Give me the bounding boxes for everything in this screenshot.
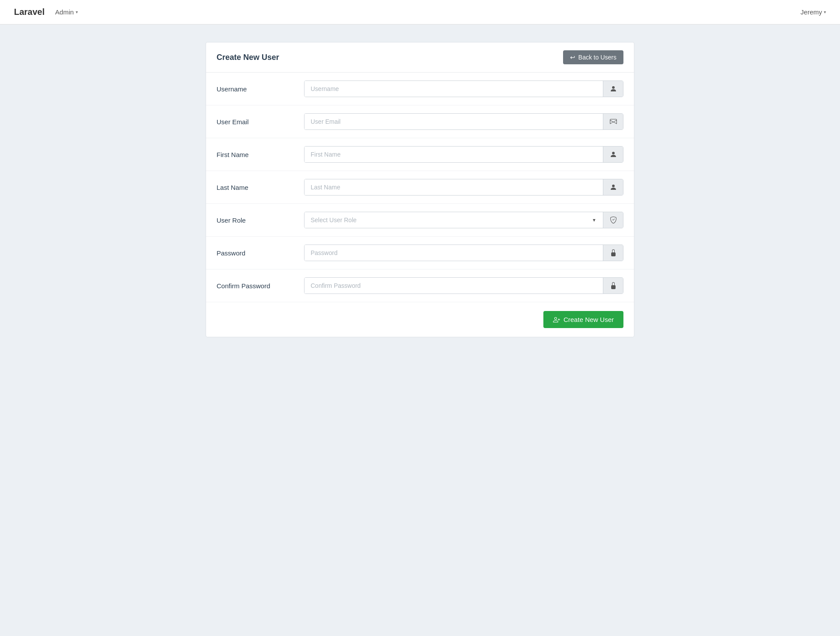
confirm-password-label: Confirm Password (217, 282, 304, 290)
navbar-user-menu[interactable]: Jeremy ▾ (801, 8, 826, 16)
create-user-button-label: Create New User (564, 316, 614, 323)
password-label: Password (217, 249, 304, 257)
confirm-password-row: Confirm Password (206, 269, 634, 302)
username-icon (603, 81, 623, 97)
navbar-admin-menu[interactable]: Admin ▾ (55, 8, 78, 16)
first-name-icon (603, 147, 623, 162)
username-row: Username (206, 73, 634, 105)
first-name-label: First Name (217, 151, 304, 158)
navbar-user-name: Jeremy (801, 8, 822, 16)
first-name-row: First Name (206, 138, 634, 171)
first-name-input-group (304, 146, 623, 163)
confirm-password-icon (603, 278, 623, 294)
main-content: Create New User ↩ Back to Users Username (0, 24, 840, 355)
last-name-label: Last Name (217, 184, 304, 191)
user-role-select-wrapper: Select User Role Admin User Editor Viewe… (304, 212, 623, 228)
navbar-brand: Laravel (14, 7, 45, 17)
user-email-row: User Email (206, 105, 634, 138)
user-email-input-group (304, 113, 623, 130)
password-icon (603, 245, 623, 261)
select-arrow-icon: ▾ (585, 212, 603, 228)
card-footer: Create New User (206, 302, 634, 337)
back-button-label: Back to Users (578, 54, 616, 61)
password-input-group (304, 245, 623, 261)
user-email-input[interactable] (304, 114, 603, 129)
navbar: Laravel Admin ▾ Jeremy ▾ (0, 0, 840, 24)
create-user-card: Create New User ↩ Back to Users Username (206, 42, 634, 337)
last-name-row: Last Name (206, 171, 634, 204)
user-role-row: User Role Select User Role Admin User Ed… (206, 204, 634, 237)
card-title: Create New User (217, 53, 279, 62)
user-chevron-icon: ▾ (824, 10, 826, 14)
card-header: Create New User ↩ Back to Users (206, 42, 634, 73)
user-role-label: User Role (217, 217, 304, 224)
username-label: Username (217, 85, 304, 93)
navbar-admin-label: Admin (55, 8, 74, 16)
last-name-input[interactable] (304, 179, 603, 195)
create-new-user-button[interactable]: Create New User (543, 311, 623, 328)
create-user-icon (553, 316, 560, 323)
username-input-group (304, 80, 623, 97)
navbar-left: Laravel Admin ▾ (14, 7, 78, 17)
back-to-users-button[interactable]: ↩ Back to Users (563, 50, 623, 64)
user-role-icon (603, 212, 623, 228)
last-name-icon (603, 179, 623, 195)
first-name-input[interactable] (304, 147, 603, 162)
password-row: Password (206, 237, 634, 269)
password-input[interactable] (304, 245, 603, 261)
confirm-password-input-group (304, 277, 623, 294)
admin-chevron-icon: ▾ (76, 10, 78, 14)
card-body: Username User Email (206, 73, 634, 302)
user-role-select[interactable]: Select User Role Admin User Editor Viewe… (304, 212, 585, 228)
confirm-password-input[interactable] (304, 278, 603, 294)
back-icon: ↩ (570, 54, 575, 61)
username-input[interactable] (304, 81, 603, 97)
last-name-input-group (304, 179, 623, 196)
user-email-label: User Email (217, 118, 304, 126)
email-icon (603, 114, 623, 129)
